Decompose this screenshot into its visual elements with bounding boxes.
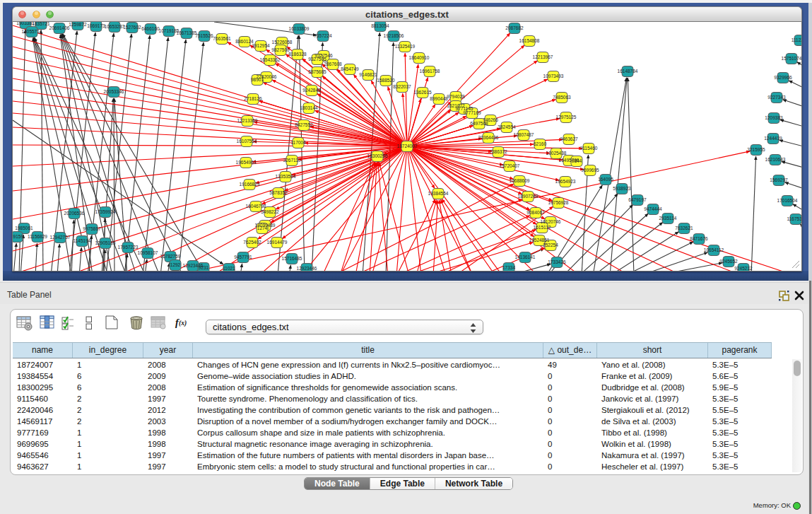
svg-text:3912954: 3912954 (252, 43, 270, 48)
svg-text:19654963: 19654963 (236, 160, 257, 165)
svg-text:9777169: 9777169 (463, 110, 481, 115)
svg-text:1569297: 1569297 (770, 177, 788, 182)
svg-text:1112254: 1112254 (792, 37, 802, 42)
svg-text:12975125: 12975125 (556, 115, 577, 119)
svg-text:17359924: 17359924 (95, 209, 116, 214)
svg-text:14055714: 14055714 (22, 29, 42, 34)
svg-text:18907249: 18907249 (518, 194, 539, 199)
svg-text:9699695: 9699695 (581, 168, 599, 173)
svg-text:7625402: 7625402 (243, 240, 261, 245)
svg-text:10688609: 10688609 (510, 178, 530, 183)
svg-text:3215955: 3215955 (747, 147, 765, 152)
svg-text:16543362: 16543362 (260, 57, 281, 62)
svg-text:1803144: 1803144 (300, 105, 318, 110)
svg-text:1274: 1274 (257, 226, 268, 230)
svg-text:8186328: 8186328 (288, 52, 307, 57)
svg-text:15720407: 15720407 (500, 163, 520, 168)
svg-text:20691406: 20691406 (49, 25, 70, 30)
svg-text:1145194: 1145194 (73, 238, 91, 243)
svg-text:13353594: 13353594 (276, 174, 296, 179)
svg-text:7515526: 7515526 (195, 33, 213, 38)
svg-text:1069173: 1069173 (87, 23, 105, 28)
svg-text:98901: 98901 (251, 77, 264, 82)
svg-text:19524851: 19524851 (529, 238, 550, 243)
svg-text:1292: 1292 (170, 262, 181, 267)
svg-text:7663561: 7663561 (213, 36, 231, 41)
svg-text:18724007: 18724007 (397, 144, 418, 148)
svg-text:7632621: 7632621 (675, 226, 693, 230)
svg-text:20364436: 20364436 (478, 135, 499, 140)
svg-text:1588520: 1588520 (377, 78, 395, 83)
svg-text:7485063: 7485063 (553, 95, 571, 100)
svg-text:14136141: 14136141 (515, 255, 536, 259)
svg-text:16120746: 16120746 (541, 219, 561, 224)
svg-text:1362615: 1362615 (413, 90, 432, 95)
svg-text:2935114: 2935114 (659, 216, 677, 221)
svg-text:18640910: 18640910 (409, 55, 430, 60)
svg-text:7357224: 7357224 (314, 33, 332, 38)
svg-text:6497568: 6497568 (470, 121, 488, 126)
svg-text:2867608: 2867608 (324, 62, 342, 66)
svg-text:19166829: 19166829 (240, 182, 260, 187)
svg-text:9794028: 9794028 (447, 94, 465, 99)
svg-text:5878352: 5878352 (269, 190, 288, 195)
svg-text:10973493: 10973493 (543, 74, 564, 78)
svg-text:11021: 11021 (223, 266, 235, 271)
svg-text:11156829: 11156829 (28, 234, 47, 239)
svg-text:16107554: 16107554 (237, 139, 257, 144)
svg-text:1527602: 1527602 (123, 25, 141, 30)
svg-text:1167533: 1167533 (787, 216, 802, 221)
svg-text:18300295: 18300295 (367, 153, 388, 158)
svg-text:16671385: 16671385 (177, 30, 197, 35)
svg-text:15226058: 15226058 (272, 40, 293, 45)
svg-text:11325419: 11325419 (395, 44, 416, 49)
svg-text:12923446: 12923446 (297, 266, 317, 271)
svg-text:19384554: 19384554 (428, 191, 449, 196)
svg-text:9474444: 9474444 (644, 206, 662, 211)
svg-text:1733426: 1733426 (548, 259, 566, 264)
svg-text:19654923: 19654923 (555, 179, 576, 184)
svg-text:117004: 117004 (290, 140, 306, 145)
svg-text:9227343: 9227343 (767, 95, 786, 100)
svg-text:9827500: 9827500 (271, 47, 290, 52)
svg-text:9844: 9844 (572, 158, 582, 163)
svg-text:7386372: 7386372 (489, 149, 507, 154)
svg-text:9463627: 9463627 (560, 136, 578, 141)
svg-text:9245652: 9245652 (719, 259, 738, 264)
svg-text:39159: 39159 (13, 234, 23, 239)
svg-text:(x): (x) (179, 320, 187, 327)
svg-text:3267110: 3267110 (283, 158, 301, 163)
svg-text:8860124: 8860124 (235, 39, 254, 44)
svg-text:12213967: 12213967 (533, 54, 553, 59)
svg-text:1615112: 1615112 (534, 225, 551, 230)
svg-text:1835721: 1835721 (32, 22, 50, 26)
svg-text:12942757: 12942757 (50, 235, 71, 240)
svg-text:252254: 252254 (543, 243, 558, 247)
svg-text:10756928: 10756928 (548, 200, 569, 205)
svg-text:8813054: 8813054 (371, 23, 389, 28)
svg-text:1259872: 1259872 (69, 22, 87, 27)
svg-text:16961758: 16961758 (420, 69, 440, 74)
svg-text:8322037: 8322037 (393, 84, 411, 89)
svg-text:15716485: 15716485 (282, 256, 302, 261)
svg-text:16033809: 16033809 (289, 26, 310, 31)
svg-text:1244419: 1244419 (764, 136, 782, 141)
svg-text:10654112: 10654112 (704, 247, 724, 252)
svg-text:6466160: 6466160 (141, 26, 160, 31)
svg-text:17334: 17334 (502, 265, 515, 270)
svg-text:1209383: 1209383 (765, 115, 783, 120)
svg-text:8454749: 8454749 (341, 66, 359, 71)
svg-text:2718126: 2718126 (244, 96, 262, 101)
svg-text:9084067: 9084067 (526, 210, 545, 215)
svg-text:9327505: 9327505 (308, 57, 326, 62)
svg-text:9242848: 9242848 (302, 88, 321, 93)
svg-text:16914479: 16914479 (267, 240, 288, 245)
svg-text:9975867: 9975867 (83, 226, 101, 231)
svg-text:16210643: 16210643 (765, 157, 786, 162)
svg-text:16046798: 16046798 (246, 204, 266, 209)
svg-text:1985061: 1985061 (15, 226, 33, 230)
svg-text:8990448: 8990448 (430, 96, 448, 101)
svg-text:9457791: 9457791 (234, 255, 252, 259)
svg-text:62160: 62160 (534, 141, 546, 146)
svg-text:5938923: 5938923 (613, 186, 631, 191)
